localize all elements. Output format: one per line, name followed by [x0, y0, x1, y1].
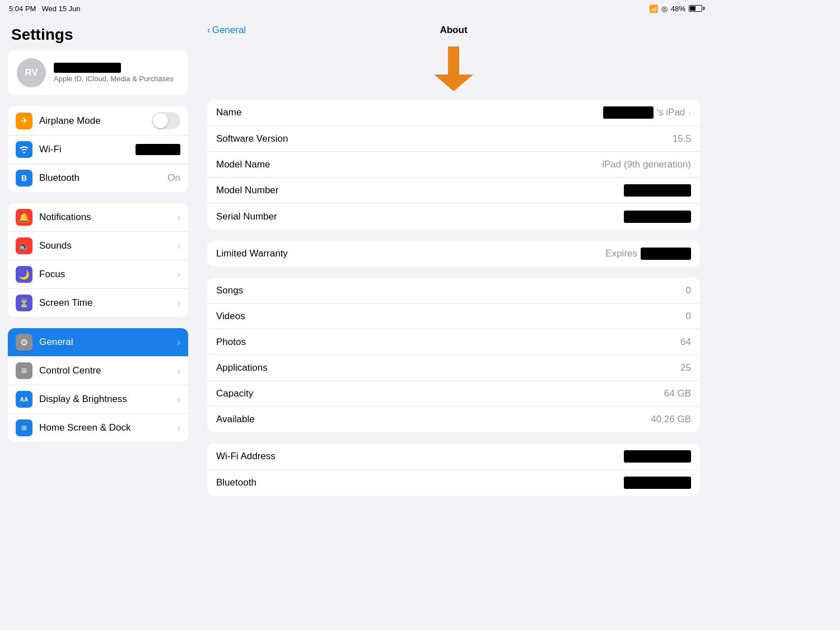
- applications-value: 25: [680, 362, 691, 374]
- row-photos: Photos 64: [207, 329, 700, 355]
- sidebar-item-sounds[interactable]: 🔈 Sounds ›: [8, 232, 188, 260]
- svg-rect-0: [448, 46, 459, 74]
- videos-label: Videos: [216, 311, 245, 322]
- sidebar-item-notifications[interactable]: 🔔 Notifications ›: [8, 203, 188, 232]
- general-chevron: ›: [177, 337, 180, 348]
- notifications-group: 🔔 Notifications › 🔈 Sounds › 🌙 Focus › ⏳…: [8, 203, 188, 317]
- model-name-value: iPad (9th generation): [602, 159, 691, 170]
- svg-marker-1: [434, 74, 473, 91]
- back-button[interactable]: ‹ General: [207, 25, 246, 36]
- sounds-chevron: ›: [177, 240, 180, 252]
- control-centre-label: Control Centre: [39, 365, 170, 376]
- sounds-label: Sounds: [39, 240, 170, 251]
- wifi-address-redacted: [624, 450, 691, 463]
- general-label: General: [39, 337, 170, 348]
- bluetooth-address-label: Bluetooth: [216, 477, 256, 488]
- profile-card[interactable]: RV Apple ID, iCloud, Media & Purchases: [8, 50, 188, 95]
- sidebar-item-general[interactable]: ⚙ General ›: [8, 328, 188, 357]
- warranty-date-redacted: [641, 248, 691, 260]
- screen-time-icon: ⏳: [16, 295, 32, 311]
- name-value-redacted: [603, 106, 654, 119]
- row-serial-number: Serial Number: [207, 204, 700, 230]
- airplane-mode-toggle[interactable]: [152, 112, 180, 129]
- airplane-mode-label: Airplane Mode: [39, 115, 145, 127]
- wifi-settings-icon: [16, 141, 32, 158]
- page-title: About: [440, 25, 467, 36]
- control-centre-icon: ⊞: [16, 362, 32, 379]
- profile-subtitle: Apple ID, iCloud, Media & Purchases: [54, 74, 174, 83]
- serial-number-label: Serial Number: [216, 211, 277, 222]
- photos-label: Photos: [216, 337, 246, 348]
- about-content: Name 's iPad › Software Version 15.5 Mod…: [196, 100, 711, 518]
- model-number-redacted: [624, 184, 691, 197]
- sidebar-item-wifi[interactable]: Wi-Fi: [8, 136, 188, 164]
- annotation-arrow: [196, 46, 711, 91]
- name-value: 's iPad ›: [603, 106, 691, 119]
- display-brightness-label: Display & Brightness: [39, 394, 170, 405]
- row-limited-warranty: Limited Warranty Expires: [207, 241, 700, 267]
- sidebar-item-home-screen[interactable]: ⊞ Home Screen & Dock ›: [8, 414, 188, 442]
- row-videos: Videos 0: [207, 304, 700, 329]
- back-chevron-icon: ‹: [207, 25, 211, 36]
- battery-icon: [689, 5, 702, 12]
- nav-bar: ‹ General About: [196, 17, 711, 44]
- applications-label: Applications: [216, 362, 268, 374]
- screen-time-label: Screen Time: [39, 297, 170, 309]
- bluetooth-icon: B: [16, 170, 32, 186]
- bluetooth-address-redacted: [624, 477, 691, 489]
- songs-label: Songs: [216, 285, 243, 296]
- status-bar: 5:04 PM Wed 15 Jun 📶 ◎ 48%: [0, 0, 711, 17]
- media-counts-group: Songs 0 Videos 0 Photos 64 Applications …: [207, 278, 700, 432]
- home-screen-label: Home Screen & Dock: [39, 422, 170, 433]
- serial-number-redacted: [624, 211, 691, 223]
- wifi-value-redacted: [136, 144, 180, 155]
- connectivity-group: ✈ Airplane Mode Wi-Fi B Bluetooth On: [8, 106, 188, 192]
- status-time: 5:04 PM: [9, 4, 36, 13]
- sounds-icon: 🔈: [16, 237, 32, 254]
- capacity-label: Capacity: [216, 388, 253, 399]
- videos-value: 0: [686, 311, 691, 322]
- limited-warranty-value: Expires: [605, 248, 691, 260]
- model-name-label: Model Name: [216, 159, 270, 170]
- battery-percent: 48%: [671, 4, 685, 13]
- wifi-icon: 📶: [649, 4, 658, 13]
- sidebar: Settings RV Apple ID, iCloud, Media & Pu…: [0, 17, 196, 533]
- control-centre-chevron: ›: [177, 365, 180, 377]
- row-software-version: Software Version 15.5: [207, 126, 700, 152]
- system-group: ⚙ General › ⊞ Control Centre › AA Displa…: [8, 328, 188, 442]
- notifications-icon: 🔔: [16, 209, 32, 226]
- sidebar-item-screen-time[interactable]: ⏳ Screen Time ›: [8, 289, 188, 317]
- arrow-down-icon: [431, 46, 476, 91]
- settings-title: Settings: [0, 17, 196, 50]
- status-date: Wed 15 Jun: [41, 4, 80, 13]
- expires-prefix: Expires: [605, 248, 637, 259]
- row-name[interactable]: Name 's iPad ›: [207, 100, 700, 126]
- airplane-mode-icon: ✈: [16, 113, 32, 129]
- wifi-address-label: Wi-Fi Address: [216, 451, 276, 462]
- sidebar-item-airplane-mode[interactable]: ✈ Airplane Mode: [8, 106, 188, 136]
- row-available: Available 40.26 GB: [207, 407, 700, 432]
- warranty-group: Limited Warranty Expires: [207, 241, 700, 267]
- sidebar-item-control-centre[interactable]: ⊞ Control Centre ›: [8, 357, 188, 385]
- profile-info: Apple ID, iCloud, Media & Purchases: [54, 63, 174, 83]
- device-info-group: Name 's iPad › Software Version 15.5 Mod…: [207, 100, 700, 230]
- sidebar-item-bluetooth[interactable]: B Bluetooth On: [8, 164, 188, 192]
- network-group: Wi-Fi Address Bluetooth: [207, 444, 700, 496]
- row-applications: Applications 25: [207, 355, 700, 381]
- focus-chevron: ›: [177, 269, 180, 281]
- name-chevron: ›: [688, 108, 691, 117]
- content-panel: ‹ General About Name 's iPad ›: [196, 17, 711, 533]
- model-number-label: Model Number: [216, 185, 279, 196]
- display-brightness-icon: AA: [16, 391, 32, 408]
- home-screen-chevron: ›: [177, 422, 180, 434]
- sidebar-item-focus[interactable]: 🌙 Focus ›: [8, 260, 188, 289]
- sidebar-item-display-brightness[interactable]: AA Display & Brightness ›: [8, 385, 188, 414]
- bluetooth-label: Bluetooth: [39, 172, 161, 184]
- row-model-name: Model Name iPad (9th generation): [207, 152, 700, 178]
- profile-name-redacted: [54, 63, 121, 73]
- row-bluetooth-address: Bluetooth: [207, 470, 700, 496]
- name-suffix: 's iPad: [657, 107, 685, 118]
- software-version-value: 15.5: [673, 133, 691, 144]
- row-songs: Songs 0: [207, 278, 700, 304]
- notifications-chevron: ›: [177, 212, 180, 223]
